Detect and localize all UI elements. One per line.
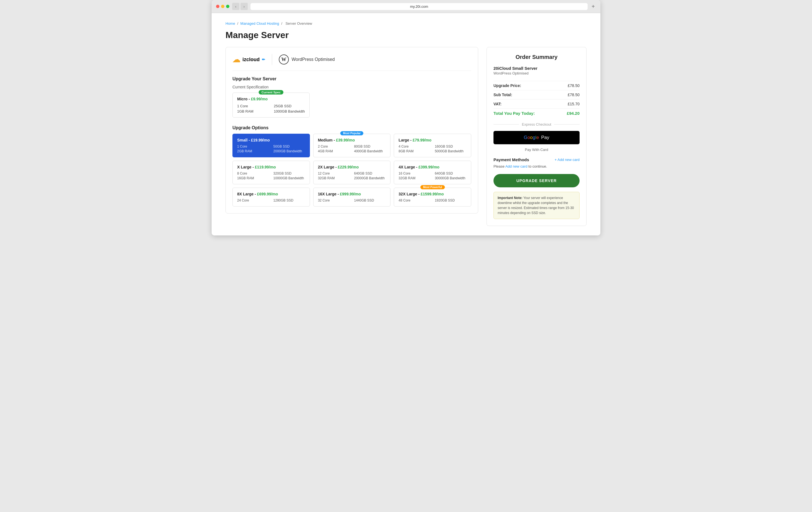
add-new-card-link[interactable]: + Add new card — [555, 158, 580, 162]
breadcrumb-home[interactable]: Home — [226, 21, 235, 26]
upgrade-server-button[interactable]: UPGRADE SERVER — [493, 174, 580, 187]
upgrade-card-xlarge[interactable]: X Large - £119.99/mo 8 Core320GB SSD 16G… — [232, 161, 310, 184]
upgrade-card-medium[interactable]: Most Popular Medium - £39.99/mo 2 Core80… — [313, 134, 391, 157]
upgrade-options-section: Upgrade Options Small - £19.99/mo 1 Core… — [232, 125, 471, 207]
most-popular-badge: Most Popular — [340, 131, 363, 135]
medium-spec: 2 Core80GB SSD 4GB RAM4000GB Bandwidth — [318, 144, 386, 153]
breadcrumb-managed-cloud[interactable]: Managed Cloud Hosting — [240, 21, 279, 26]
order-summary-title: Order Summary — [493, 54, 580, 60]
server-name-label: izcloud — [242, 57, 260, 62]
current-spec-price: Micro - £9.99/mo — [237, 97, 305, 101]
breadcrumb-current: Server Overview — [286, 21, 312, 26]
vat-label: VAT: — [493, 102, 501, 106]
gpay-icon: Google Pay — [524, 135, 549, 140]
maximize-dot[interactable] — [226, 5, 229, 8]
32xlarge-spec: 48 Core1920GB SSD — [399, 198, 467, 203]
total-value: £94.20 — [567, 111, 580, 116]
2xlarge-price: 2X Large - £229.99/mo — [318, 165, 386, 169]
server-header: ☁ izcloud ✏ W WordPress Optimised — [232, 54, 471, 71]
wordpress-logo: W — [279, 54, 289, 64]
breadcrumb: Home / Managed Cloud Hosting / Server Ov… — [226, 21, 586, 26]
gpay-button[interactable]: Google Pay — [493, 131, 580, 144]
upgrade-card-8xlarge[interactable]: 8X Large - £699.99/mo 24 Core1280GB SSD — [232, 188, 310, 207]
8xlarge-price: 8X Large - £699.99/mo — [237, 192, 305, 196]
order-vat-row: VAT: £15.70 — [493, 99, 580, 108]
16xlarge-price: 16X Large - £999.99/mo — [318, 192, 386, 196]
wordpress-badge: W WordPress Optimised — [279, 54, 335, 64]
upgrade-options-title: Upgrade Options — [232, 125, 471, 130]
medium-price: Medium - £39.99/mo — [318, 138, 386, 142]
16xlarge-spec: 32 Core1440GB SSD — [318, 198, 386, 203]
edit-server-name-icon[interactable]: ✏ — [262, 57, 265, 62]
upgrade-card-16xlarge[interactable]: 16X Large - £999.99/mo 32 Core1440GB SSD — [313, 188, 391, 207]
large-spec: 4 Core160GB SSD 8GB RAM5000GB Bandwidth — [399, 144, 467, 153]
payment-add-card-inline-link[interactable]: Add new card — [505, 164, 528, 168]
upgrade-price-label: Upgrade Price: — [493, 83, 521, 88]
current-ssd: 25GB SSD — [274, 104, 305, 108]
close-dot[interactable] — [216, 5, 220, 8]
browser-new-tab-button[interactable]: + — [590, 3, 596, 10]
8xlarge-spec: 24 Core1280GB SSD — [237, 198, 305, 203]
cloud-icon: ☁ — [232, 55, 240, 64]
header-separator — [272, 54, 272, 65]
upgrade-card-small[interactable]: Small - £19.99/mo 1 Core50GB SSD 2GB RAM… — [232, 134, 310, 157]
upgrade-card-large[interactable]: Large - £79.99/mo 4 Core160GB SSD 8GB RA… — [394, 134, 471, 157]
4xlarge-spec: 16 Core640GB SSD 32GB RAM30000GB Bandwid… — [399, 171, 467, 180]
current-spec-badge: Current Spec — [259, 90, 283, 95]
upgrade-options-grid: Small - £19.99/mo 1 Core50GB SSD 2GB RAM… — [232, 134, 471, 207]
current-spec-section: Upgrade Your Server Current Specificatio… — [232, 76, 471, 117]
order-upgrade-price-row: Upgrade Price: £78.50 — [493, 81, 580, 90]
order-total-row: Total You Pay Today: £94.20 — [493, 108, 580, 118]
browser-url-bar[interactable] — [251, 3, 588, 10]
order-subtotal-row: Sub Total: £78.50 — [493, 90, 580, 99]
order-product-info: 20iCloud Small Server WordPress Optimise… — [493, 66, 580, 75]
subtotal-value: £78.50 — [568, 92, 580, 97]
payment-methods-row: Payment Methods + Add new card — [493, 157, 580, 162]
current-spec-card: Current Spec Micro - £9.99/mo 1 Core 25G… — [232, 92, 310, 117]
upgrade-title: Upgrade Your Server — [232, 76, 471, 81]
total-label: Total You Pay Today: — [493, 111, 535, 116]
subtotal-label: Sub Total: — [493, 92, 512, 97]
important-note: Important Note: Your server will experie… — [493, 192, 580, 219]
browser-forward-button[interactable]: › — [240, 3, 248, 10]
current-ram: 1GB RAM — [237, 109, 268, 113]
payment-note: Please Add new card to continue. — [493, 164, 580, 168]
important-note-title: Important Note: — [498, 196, 522, 200]
2xlarge-spec: 12 Core640GB SSD 32GB RAM20000GB Bandwid… — [318, 171, 386, 180]
payment-methods-label: Payment Methods — [493, 157, 529, 162]
pay-with-card-label: Pay With Card — [493, 147, 580, 152]
upgrade-price-value: £78.50 — [568, 83, 580, 88]
express-checkout-divider: Express Checkout — [493, 122, 580, 127]
xlarge-spec: 8 Core320GB SSD 16GB RAM10000GB Bandwidt… — [237, 171, 305, 180]
browser-navigation: ‹ › — [232, 3, 248, 10]
browser-window-controls — [216, 5, 229, 8]
4xlarge-price: 4X Large - £399.99/mo — [399, 165, 467, 169]
current-spec-grid: 1 Core 25GB SSD 1GB RAM 1000GB Bandwidth — [237, 104, 305, 113]
upgrade-card-4xlarge[interactable]: 4X Large - £399.99/mo 16 Core640GB SSD 3… — [394, 161, 471, 184]
upgrade-card-2xlarge[interactable]: 2X Large - £229.99/mo 12 Core640GB SSD 3… — [313, 161, 391, 184]
current-bandwidth: 1000GB Bandwidth — [274, 109, 305, 113]
most-powerful-badge: Most Powerful — [420, 185, 444, 189]
order-product-sub: WordPress Optimised — [493, 71, 580, 75]
page-title: Manage Server — [226, 30, 586, 40]
xlarge-price: X Large - £119.99/mo — [237, 165, 305, 169]
server-management-panel: ☁ izcloud ✏ W WordPress Optimised Upgrad… — [226, 47, 478, 213]
current-spec-label: Current Specification — [232, 85, 471, 89]
order-product-name: 20iCloud Small Server — [493, 66, 580, 71]
current-core: 1 Core — [237, 104, 268, 108]
server-name-section: ☁ izcloud ✏ — [232, 55, 265, 64]
vat-value: £15.70 — [568, 102, 580, 106]
minimize-dot[interactable] — [221, 5, 224, 8]
server-type-label: WordPress Optimised — [292, 57, 335, 62]
upgrade-card-32xlarge[interactable]: Most Powerful 32X Large - £1599.99/mo 48… — [394, 188, 471, 207]
small-price: Small - £19.99/mo — [237, 138, 305, 142]
large-price: Large - £79.99/mo — [399, 138, 467, 142]
order-summary-panel: Order Summary 20iCloud Small Server Word… — [487, 47, 586, 226]
32xlarge-price: 32X Large - £1599.99/mo — [399, 192, 467, 196]
small-spec: 1 Core50GB SSD 2GB RAM2000GB Bandwidth — [237, 144, 305, 153]
browser-back-button[interactable]: ‹ — [232, 3, 239, 10]
